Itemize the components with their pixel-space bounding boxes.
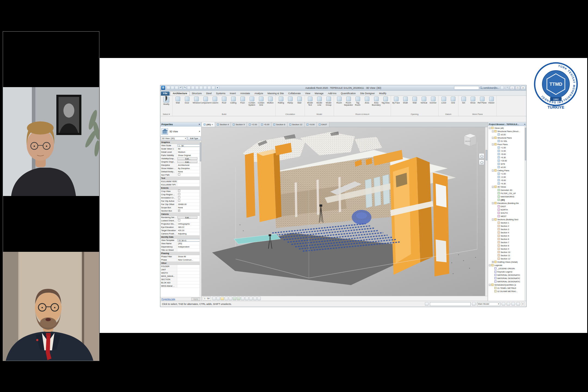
- tree-item[interactable]: Section 3: [488, 228, 526, 231]
- ribbon-button[interactable]: Stair: [295, 96, 304, 104]
- visual-style-icon[interactable]: [216, 297, 220, 300]
- tree-item[interactable]: Demolish 3D: [488, 188, 526, 192]
- project-browser-close-icon[interactable]: ×: [524, 123, 525, 125]
- property-row[interactable]: Crop Region ...: [160, 193, 201, 196]
- ribbon-tab[interactable]: Manage: [313, 91, 326, 96]
- tree-item[interactable]: +5.00: [488, 179, 526, 182]
- ribbon-button[interactable]: Mullion: [266, 96, 275, 104]
- tree-expander-icon[interactable]: -: [492, 143, 494, 145]
- property-row[interactable]: Detail Level Medium: [160, 151, 201, 154]
- ribbon-tab[interactable]: Architecture: [170, 91, 190, 96]
- tree-item[interactable]: Section 8: [488, 244, 526, 247]
- tree-item[interactable]: Section 11: [488, 254, 526, 257]
- tree-expander-icon[interactable]: -: [492, 137, 494, 139]
- ribbon-group-label-model[interactable]: Model: [305, 113, 333, 116]
- scale-control[interactable]: 1 : 50: [203, 297, 211, 301]
- ribbon-button[interactable]: Room Separator: [344, 96, 353, 106]
- tree-item[interactable]: Keynote Legend: [488, 270, 526, 273]
- property-row[interactable]: View Scale 1 : 50: [160, 144, 201, 147]
- property-row[interactable]: Projection Mo... Orthographic: [160, 222, 201, 226]
- tree-item[interactable]: +9.30: [488, 182, 526, 185]
- tree-item[interactable]: EAST: [488, 205, 526, 208]
- tree-item[interactable]: ±0.00: [488, 133, 526, 136]
- tree-item[interactable]: +1.00: [488, 146, 526, 149]
- reveal-hidden-elements-icon[interactable]: [245, 297, 249, 300]
- property-row[interactable]: Locked Orient...: [160, 219, 201, 222]
- steering-wheel-icon[interactable]: [479, 153, 484, 159]
- tag-icon[interactable]: [199, 86, 203, 90]
- tree-item[interactable]: Section 12: [488, 257, 526, 260]
- property-row[interactable]: Title on Sheet: [160, 249, 201, 252]
- tree-item[interactable]: - Schedules/Quantities (a: [488, 283, 526, 286]
- selection-link-icon[interactable]: [502, 302, 505, 306]
- canvas-scrollbar[interactable]: [485, 127, 488, 296]
- property-row[interactable]: Graphic Displ... Edit...: [160, 160, 201, 164]
- sync-icon[interactable]: [175, 86, 178, 90]
- ribbon-tab[interactable]: View: [303, 91, 313, 96]
- property-row[interactable]: Parts Visibility Show Original: [160, 154, 201, 157]
- tree-item[interactable]: - Structural Plans (Struct...: [488, 130, 526, 133]
- tree-expander-icon[interactable]: +: [492, 261, 494, 263]
- shadows-icon[interactable]: [225, 297, 228, 300]
- ribbon-button[interactable]: Grid: [448, 96, 458, 104]
- ribbon-button[interactable]: Window: [192, 96, 201, 104]
- ribbon-button[interactable]: Wall: [173, 96, 182, 104]
- property-row[interactable]: Visibility/Grap... Edit...: [160, 157, 201, 160]
- tree-item[interactable]: 02 DUVAR METRAJ...: [488, 290, 526, 293]
- tree-item[interactable]: FILTER_CSI_UF: [488, 192, 526, 195]
- tree-item[interactable]: SITE: [488, 162, 526, 166]
- search-input[interactable]: [454, 86, 479, 90]
- tree-expander-icon[interactable]: -: [492, 219, 494, 220]
- render-icon[interactable]: [229, 297, 232, 300]
- view-tab[interactable]: +5.00: [259, 122, 271, 127]
- ribbon-tab[interactable]: Site Designer: [358, 91, 377, 96]
- view-tab[interactable]: {3D} ×: [202, 122, 215, 127]
- ribbon-button[interactable]: Vertical: [419, 96, 428, 104]
- tree-item[interactable]: SOUTH: [488, 211, 526, 215]
- property-row[interactable]: Phase New Construct...: [160, 258, 201, 262]
- properties-close-icon[interactable]: ×: [199, 123, 200, 126]
- ribbon-group-label-circulation[interactable]: Circulation: [276, 113, 304, 116]
- property-row[interactable]: Discipline Architectural: [160, 164, 201, 167]
- ribbon-button[interactable]: Floor: [238, 96, 247, 104]
- ribbon-group-label-datum[interactable]: Datum: [439, 113, 458, 116]
- property-row[interactable]: Eye Elevation 383.22: [160, 226, 201, 229]
- open-icon[interactable]: [167, 86, 170, 90]
- ribbon-group-label-select[interactable]: Select ▾: [161, 113, 172, 116]
- tree-item[interactable]: WEST: [488, 215, 526, 218]
- property-row[interactable]: Far Clip Offset 30480.00: [160, 203, 201, 206]
- undo-icon[interactable]: ↶: [179, 86, 182, 90]
- property-row[interactable]: Graphics: [160, 141, 201, 144]
- ribbon-group-label-work-plane[interactable]: Work Plane: [459, 113, 496, 116]
- property-row[interactable]: KULLANIM YERI: [160, 180, 201, 183]
- properties-help-link[interactable]: Properties help: [161, 298, 175, 300]
- title-bar[interactable]: R ↶ ↷ ▾ Autodesk Revit 2020 - TEPEKULE S…: [160, 85, 526, 91]
- filter-icon[interactable]: [516, 302, 520, 306]
- ribbon-tab[interactable]: Add-Ins: [326, 91, 339, 96]
- section-icon[interactable]: [212, 86, 215, 90]
- displacement-icon[interactable]: [253, 297, 257, 300]
- sun-path-icon[interactable]: [220, 297, 224, 300]
- type-selector-chevron-icon[interactable]: ▾: [199, 130, 200, 133]
- ribbon-button[interactable]: Tag Area: [381, 96, 390, 104]
- ribbon-group-label-build[interactable]: Build: [173, 113, 275, 116]
- property-row[interactable]: Crop View: [160, 190, 201, 193]
- account-name[interactable]: cemilciner@o...: [483, 87, 499, 89]
- zoom-icon[interactable]: [479, 160, 484, 165]
- property-row[interactable]: Other: [160, 262, 201, 265]
- ribbon-button[interactable]: Model Group: [324, 96, 333, 106]
- property-row[interactable]: Target Elevation 420.20: [160, 229, 201, 232]
- tree-item[interactable]: Section 6: [488, 237, 526, 241]
- tree-item[interactable]: +2.00: [488, 149, 526, 152]
- view-tab[interactable]: +5.00: [305, 122, 317, 127]
- property-row[interactable]: BLOK ADI: [160, 281, 201, 284]
- revit-logo[interactable]: R: [161, 86, 165, 90]
- tree-item[interactable]: + Drafting Views (Detail): [488, 260, 526, 264]
- cart-icon[interactable]: [500, 86, 504, 90]
- property-row[interactable]: Text: [160, 177, 201, 180]
- property-row[interactable]: Dependency Independent: [160, 245, 201, 249]
- ribbon-button[interactable]: Show: [468, 96, 477, 104]
- tree-expander-icon[interactable]: -: [492, 170, 494, 171]
- ribbon-group-label-opening[interactable]: Opening: [391, 113, 438, 116]
- temporary-hide-isolate-icon[interactable]: [241, 297, 244, 300]
